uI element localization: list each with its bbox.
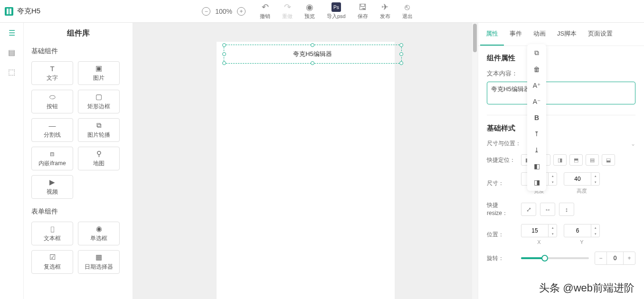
size-label: 尺寸： [487,179,515,187]
layer-down-button[interactable]: ◨ [534,178,540,186]
selected-element[interactable]: 夸克H5编辑器 [224,45,402,64]
comp-text[interactable]: T文字 [31,61,73,85]
copy-button[interactable]: ⧉ [534,49,539,57]
nav-components[interactable]: ☰ [9,28,15,37]
tab-properties[interactable]: 属性 [480,23,504,46]
comp-map[interactable]: ⚲地图 [78,147,120,170]
exit-button[interactable]: ⎋退出 [402,2,413,20]
align-middle-button[interactable]: ▤ [586,154,599,166]
eye-icon: ◉ [305,2,314,12]
component-panel: 组件库 基础组件 T文字 ▣图片 ⬭按钮 ▢矩形边框 —分割线 ⧉图片轮播 ⧈内… [24,23,133,299]
zoom-in-button[interactable]: + [237,7,246,16]
x-input[interactable]: ▴▾ [521,224,557,237]
basic-section-title: 基础组件 [31,47,125,56]
undo-icon: ↶ [260,2,270,12]
resize-both-button[interactable]: ⤢ [521,203,536,216]
save-button[interactable]: 🖫保存 [358,2,368,20]
bold-button[interactable]: B [534,114,539,121]
align-right-button[interactable]: ◨ [553,154,567,166]
watermark: 头条 @web前端进阶 [539,281,635,295]
quick-resize-label: 快捷resize： [487,201,515,217]
height-input[interactable]: ▴▾ [564,172,600,186]
y-input[interactable]: ▴▾ [564,224,600,237]
zoom-controls: − 100% + [202,7,246,16]
rotate-stepper[interactable]: −+ [595,252,635,265]
floating-toolbar: ⧉ 🗑 A⁺ A⁻ B ⤒ ⤓ ◧ ◨ [527,44,546,191]
redo-button[interactable]: ↷重做 [282,2,293,20]
comp-rect[interactable]: ▢矩形边框 [78,90,120,113]
comp-carousel[interactable]: ⧉图片轮播 [78,118,120,142]
logo-icon [5,7,13,16]
layer-up-button[interactable]: ◧ [534,162,540,170]
zoom-out-button[interactable]: − [202,7,210,16]
button-icon: ⬭ [49,93,56,101]
top-toolbar: 夸克H5 − 100% + ↶撤销 ↷重做 ◉预览 Ps导入psd 🖫保存 ✈发… [0,0,644,23]
radio-icon: ◉ [96,224,102,233]
text-content-input[interactable] [487,82,635,104]
component-panel-title: 组件库 [31,28,125,38]
align-top-button[interactable]: ⬒ [569,154,583,166]
prop-tabs: 属性 事件 动画 JS脚本 页面设置 [478,23,644,46]
comp-image[interactable]: ▣图片 [78,61,120,85]
resize-width-button[interactable]: ↔ [540,203,555,216]
rotate-label: 旋转： [487,254,515,262]
save-icon: 🖫 [358,2,368,12]
text-content-label: 文本内容： [487,69,635,78]
checkbox-icon: ☑ [49,253,56,262]
font-increase-button[interactable]: A⁺ [533,82,540,89]
comp-button[interactable]: ⬭按钮 [31,90,73,113]
bring-front-button[interactable]: ⤒ [534,130,540,138]
send-back-button[interactable]: ⤓ [534,146,540,154]
nav-layers[interactable]: ⬚ [8,67,15,76]
image-icon: ▣ [95,64,102,73]
component-props-title: 组件属性 [487,54,635,63]
nav-rail: ☰ ▤ ⬚ [0,23,24,299]
app-logo: 夸克H5 [5,7,40,16]
canvas-area[interactable]: 夸克H5编辑器 ⧉ 🗑 A⁺ A⁻ B ⤒ ⤓ ◧ ◨ [133,23,478,299]
base-style-title: 基础样式 [487,124,635,133]
chevron-down-icon[interactable]: ⌄ [631,140,635,147]
canvas[interactable]: 夸克H5编辑器 [217,42,395,299]
comp-video[interactable]: ▶视频 [31,175,73,199]
app-name: 夸克H5 [17,7,40,16]
resize-height-button[interactable]: ↕ [559,203,574,216]
delete-button[interactable]: 🗑 [533,65,540,73]
calendar-icon: ▦ [95,253,102,262]
tab-events[interactable]: 事件 [504,23,528,46]
divider-icon: — [49,121,56,130]
tab-animation[interactable]: 动画 [528,23,551,46]
preview-button[interactable]: ◉预览 [304,2,315,20]
nav-pages[interactable]: ▤ [8,48,15,57]
comp-iframe[interactable]: ⧈内嵌iframe [31,147,73,170]
send-icon: ✈ [380,2,390,12]
properties-panel: 属性 事件 动画 JS脚本 页面设置 组件属性 文本内容： 基础样式 尺寸与位置… [478,23,644,299]
tab-script[interactable]: JS脚本 [551,23,582,46]
publish-button[interactable]: ✈发布 [380,2,390,20]
form-section-title: 表单组件 [31,207,125,216]
video-icon: ▶ [49,178,55,187]
comp-divider[interactable]: —分割线 [31,118,73,142]
psd-icon: Ps [331,2,341,12]
textbox-icon: ⌷ [50,225,55,233]
comp-checkbox[interactable]: ☑复选框 [31,250,73,274]
rect-icon: ▢ [95,93,102,101]
carousel-icon: ⧉ [96,121,102,130]
tab-page-settings[interactable]: 页面设置 [582,23,618,46]
align-bottom-button[interactable]: ⬓ [602,154,615,166]
import-psd-button[interactable]: Ps导入psd [327,2,346,20]
comp-datepicker[interactable]: ▦日期选择器 [78,250,120,274]
undo-button[interactable]: ↶撤销 [260,2,270,20]
rotate-slider[interactable] [521,257,589,259]
text-icon: T [50,65,54,73]
map-icon: ⚲ [96,150,102,158]
font-decrease-button[interactable]: A⁻ [533,98,540,105]
size-position-label: 尺寸与位置： [487,140,521,148]
vertical-scrollbar[interactable] [472,23,478,299]
comp-textbox[interactable]: ⌷文本框 [31,222,73,245]
exit-icon: ⎋ [403,2,412,12]
quick-pos-label: 快捷定位： [487,156,515,164]
position-label: 位置： [487,231,515,239]
redo-icon: ↷ [283,2,292,12]
comp-radio[interactable]: ◉单选框 [78,222,120,245]
selected-text: 夸克H5编辑器 [293,50,332,58]
